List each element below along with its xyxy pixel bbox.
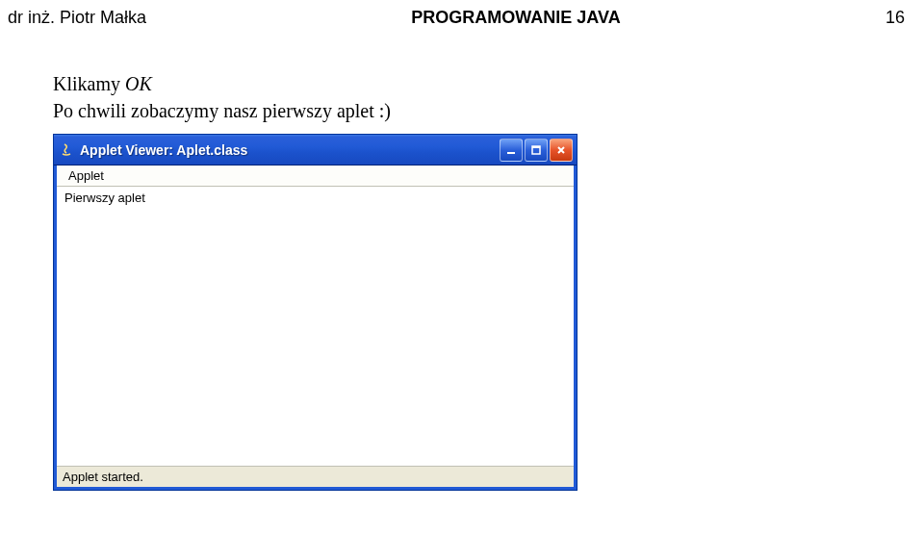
close-button[interactable] [550, 139, 573, 162]
svg-rect-0 [507, 152, 515, 154]
ok-label: OK [125, 73, 152, 94]
svg-rect-2 [532, 146, 540, 148]
page-number: 16 [886, 8, 905, 28]
applet-output-text: Pierwszy aplet [64, 191, 145, 205]
java-icon [58, 141, 75, 159]
applet-content: Pierwszy aplet [57, 187, 574, 466]
status-text: Applet started. [63, 470, 143, 484]
menubar: Applet [57, 165, 574, 187]
author-name: dr inż. Piotr Małka [8, 8, 146, 28]
titlebar[interactable]: Applet Viewer: Aplet.class [54, 135, 577, 165]
window-title: Applet Viewer: Aplet.class [80, 142, 500, 158]
statusbar: Applet started. [57, 466, 574, 487]
menu-applet[interactable]: Applet [63, 166, 110, 185]
minimize-button[interactable] [500, 139, 523, 162]
maximize-button[interactable] [525, 139, 548, 162]
document-title: PROGRAMOWANIE JAVA [146, 8, 886, 28]
instruction-line-2: Po chwili zobaczymy nasz pierwszy aplet … [53, 97, 924, 124]
instruction-line-1: Klikamy OK [53, 70, 924, 97]
applet-viewer-window: Applet Viewer: Aplet.class Applet Pierws… [53, 134, 578, 491]
instruction-text: Klikamy [53, 73, 125, 94]
